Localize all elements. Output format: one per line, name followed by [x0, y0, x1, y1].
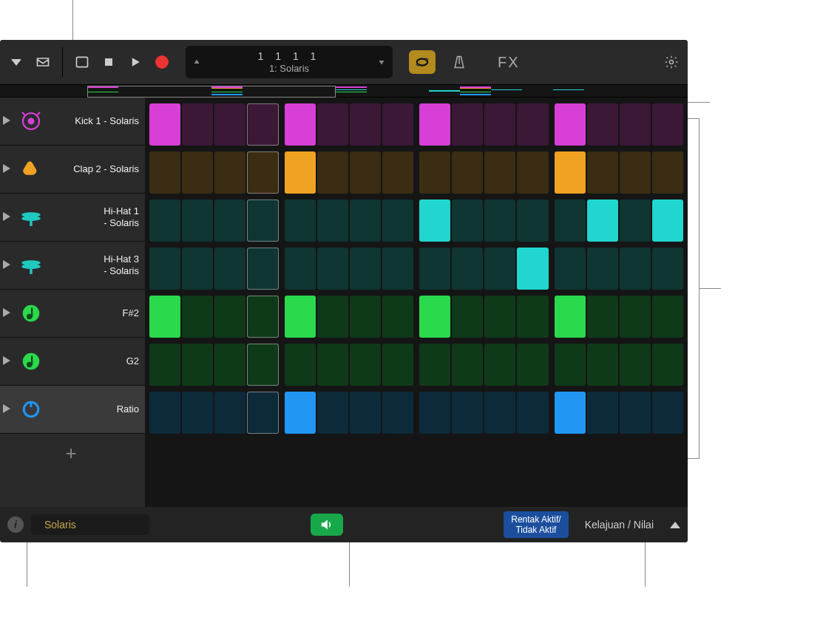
step-cell[interactable] [382, 344, 413, 386]
step-cell[interactable] [620, 392, 651, 434]
step-cell[interactable] [555, 296, 586, 338]
step-cell[interactable] [285, 248, 316, 290]
step-cell[interactable] [350, 392, 381, 434]
step-cell[interactable] [350, 103, 381, 146]
step-cell[interactable] [452, 344, 483, 386]
step-cell[interactable] [247, 344, 278, 386]
step-cell[interactable] [214, 248, 245, 290]
step-cell[interactable] [214, 392, 245, 434]
step-cell[interactable] [555, 103, 586, 146]
step-cell[interactable] [620, 200, 651, 242]
track-instrument-icon[interactable] [16, 250, 46, 280]
step-cell[interactable] [652, 200, 683, 242]
step-cell[interactable] [317, 296, 348, 338]
step-cell[interactable] [517, 248, 548, 290]
step-cell[interactable] [247, 200, 278, 242]
track-header[interactable]: Ratio [0, 386, 145, 434]
step-cell[interactable] [484, 392, 515, 434]
step-cell[interactable] [484, 200, 515, 242]
step-cell[interactable] [350, 296, 381, 338]
settings-gear-icon[interactable] [661, 52, 682, 72]
step-cell[interactable] [149, 200, 180, 242]
step-cell[interactable] [350, 344, 381, 386]
step-cell[interactable] [317, 248, 348, 290]
overview-bar[interactable] [553, 86, 584, 95]
step-cell[interactable] [484, 296, 515, 338]
overview-bar[interactable] [367, 86, 398, 95]
step-cell[interactable] [517, 296, 548, 338]
step-cell[interactable] [452, 296, 483, 338]
step-cell[interactable] [285, 103, 316, 146]
overview-bar[interactable] [243, 86, 274, 95]
overview-bar[interactable] [336, 86, 367, 95]
step-cell[interactable] [149, 103, 180, 146]
overview-bar[interactable] [180, 86, 211, 95]
step-cell[interactable] [652, 151, 683, 194]
step-cell[interactable] [587, 392, 618, 434]
step-cell[interactable] [452, 103, 483, 146]
step-cell[interactable] [182, 392, 213, 434]
step-cell[interactable] [214, 103, 245, 146]
step-cell[interactable] [149, 296, 180, 338]
track-instrument-icon[interactable] [16, 347, 46, 376]
step-cell[interactable] [182, 248, 213, 290]
speed-value-label[interactable]: Kelajuan / Nilai [585, 519, 654, 531]
step-cell[interactable] [587, 200, 618, 242]
track-play-icon[interactable] [3, 211, 13, 224]
step-cell[interactable] [419, 344, 450, 386]
step-cell[interactable] [317, 103, 348, 146]
step-cell[interactable] [587, 151, 618, 194]
step-cell[interactable] [517, 103, 548, 146]
step-cell[interactable] [182, 103, 213, 146]
step-cell[interactable] [419, 151, 450, 194]
step-cell[interactable] [517, 151, 548, 194]
step-cell[interactable] [285, 344, 316, 386]
overview-bar[interactable] [460, 86, 491, 95]
track-instrument-icon[interactable] [16, 154, 46, 184]
overview-bar[interactable] [149, 86, 180, 95]
step-cell[interactable] [587, 296, 618, 338]
step-cell[interactable] [652, 296, 683, 338]
step-cell[interactable] [214, 151, 245, 194]
step-cell[interactable] [419, 103, 450, 146]
step-cell[interactable] [382, 151, 413, 194]
step-cell[interactable] [484, 151, 515, 194]
step-cell[interactable] [652, 344, 683, 386]
play-button[interactable] [125, 52, 146, 72]
info-icon[interactable]: i [7, 517, 24, 533]
step-cell[interactable] [555, 392, 586, 434]
step-cell[interactable] [214, 200, 245, 242]
track-instrument-icon[interactable] [16, 299, 46, 328]
step-cell[interactable] [419, 200, 450, 242]
record-button[interactable] [152, 52, 172, 72]
metronome-icon[interactable] [449, 52, 470, 72]
step-cell[interactable] [214, 344, 245, 386]
step-cell[interactable] [452, 151, 483, 194]
overview-bar[interactable] [87, 86, 118, 95]
track-header[interactable]: Hi-Hat 1- Solaris [0, 194, 145, 242]
step-cell[interactable] [452, 248, 483, 290]
preset-name-field[interactable]: Solaris [31, 514, 149, 535]
step-cell[interactable] [285, 392, 316, 434]
step-cell[interactable] [214, 296, 245, 338]
cycle-button[interactable] [409, 50, 436, 74]
step-cell[interactable] [247, 392, 278, 434]
track-header[interactable]: F#2 [0, 290, 145, 338]
step-cell[interactable] [350, 248, 381, 290]
step-cell[interactable] [182, 296, 213, 338]
track-instrument-icon[interactable] [16, 106, 46, 136]
step-cell[interactable] [484, 103, 515, 146]
stop-button[interactable] [98, 52, 119, 72]
track-header[interactable]: Hi-Hat 3- Solaris [0, 242, 145, 290]
track-play-icon[interactable] [3, 403, 13, 416]
step-cell[interactable] [652, 248, 683, 290]
track-header[interactable]: Kick 1 - Solaris [0, 98, 145, 146]
step-cell[interactable] [419, 296, 450, 338]
step-cell[interactable] [317, 200, 348, 242]
step-cell[interactable] [149, 248, 180, 290]
step-cell[interactable] [555, 344, 586, 386]
step-cell[interactable] [149, 392, 180, 434]
step-cell[interactable] [517, 392, 548, 434]
step-cell[interactable] [149, 344, 180, 386]
step-cell[interactable] [149, 151, 180, 194]
